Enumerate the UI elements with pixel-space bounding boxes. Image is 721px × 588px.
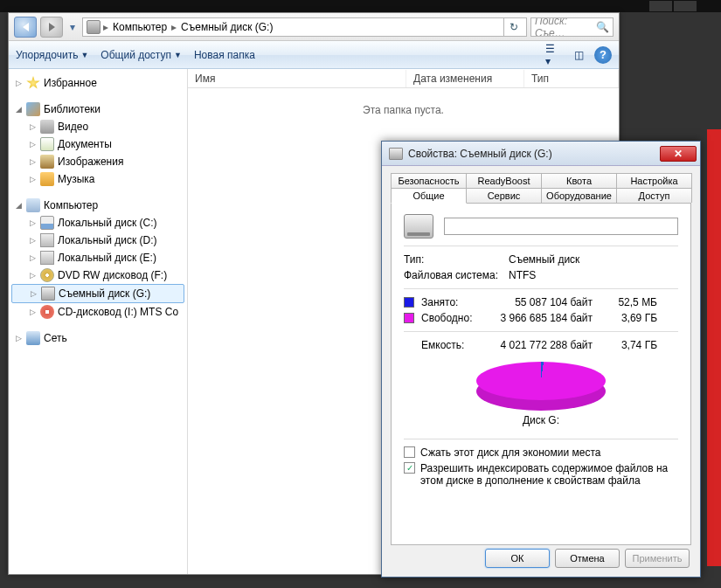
capacity-label: Емкость: <box>421 339 495 351</box>
sidebar-item-documents[interactable]: ▷Документы <box>9 135 187 153</box>
sidebar-item-video[interactable]: ▷Видео <box>9 118 187 135</box>
used-size: 52,5 МБ <box>608 296 657 308</box>
free-size: 3,69 ГБ <box>608 312 657 324</box>
chevron-right-icon[interactable]: ▸ <box>102 21 109 33</box>
expand-icon[interactable]: ▷ <box>29 289 38 298</box>
libraries-icon <box>26 102 40 116</box>
expand-icon[interactable]: ▷ <box>28 271 37 280</box>
sidebar-item-drive-f[interactable]: ▷DVD RW дисковод (F:) <box>9 266 187 284</box>
tab-general[interactable]: Общие <box>391 188 467 204</box>
column-type[interactable]: Тип <box>524 70 619 87</box>
index-label: Разрешить индексировать содержимое файло… <box>420 462 678 487</box>
sidebar-item-drive-g[interactable]: ▷Съемный диск (G:) <box>11 284 184 303</box>
computer-group[interactable]: ◢Компьютер <box>9 197 187 214</box>
dialog-title: Свойства: Съемный диск (G:) <box>408 148 655 160</box>
preview-pane-button[interactable]: ◫ <box>570 46 587 64</box>
libraries-group[interactable]: ◢Библиотеки <box>9 100 187 118</box>
expand-icon[interactable]: ▷ <box>28 175 37 183</box>
maximize-button[interactable] <box>674 1 697 11</box>
capacity-bytes: 4 021 772 288 байт <box>495 339 608 351</box>
apply-button[interactable]: Применить <box>625 549 690 568</box>
expand-icon[interactable]: ▷ <box>28 236 37 245</box>
share-menu[interactable]: Общий доступ▼ <box>101 49 182 61</box>
close-button[interactable]: ✕ <box>660 146 697 162</box>
collapse-icon[interactable]: ◢ <box>14 105 23 114</box>
chevron-right-icon[interactable]: ▸ <box>170 21 177 33</box>
removable-drive-icon <box>41 287 55 301</box>
hdd-icon <box>40 216 54 230</box>
hdd-icon <box>40 233 54 247</box>
star-icon <box>26 76 40 90</box>
compress-label: Сжать этот диск для экономии места <box>420 446 600 459</box>
column-date[interactable]: Дата изменения <box>406 70 524 87</box>
column-name[interactable]: Имя <box>188 70 406 87</box>
sidebar-item-drive-d[interactable]: ▷Локальный диск (D:) <box>9 232 187 249</box>
breadcrumb-drive[interactable]: Съемный диск (G:) <box>179 20 274 34</box>
tab-tools[interactable]: Сервис <box>466 188 542 203</box>
expand-icon[interactable]: ▷ <box>14 79 23 87</box>
organize-menu[interactable]: Упорядочить▼ <box>16 49 88 61</box>
empty-folder-message: Эта папка пуста. <box>188 104 619 116</box>
expand-icon[interactable]: ▷ <box>14 334 23 342</box>
favorites-group[interactable]: ▷Избранное <box>9 74 187 92</box>
cd-icon <box>40 305 54 319</box>
fs-value: NTFS <box>509 269 678 281</box>
tab-hardware[interactable]: Оборудование <box>541 188 617 203</box>
tab-security[interactable]: Безопасность <box>391 173 467 188</box>
drive-icon <box>87 20 101 34</box>
window-controls-strip <box>0 0 721 12</box>
capacity-size: 3,74 ГБ <box>608 339 657 351</box>
disk-usage-pie-chart <box>476 362 606 411</box>
expand-icon[interactable]: ▷ <box>28 157 37 166</box>
help-button[interactable]: ? <box>594 46 612 64</box>
expand-icon[interactable]: ▷ <box>28 253 37 262</box>
forward-button[interactable] <box>40 17 63 38</box>
minimize-button[interactable] <box>649 1 672 11</box>
column-headers: Имя Дата изменения Тип <box>188 69 619 88</box>
navigation-bar: ▾ ▸ Компьютер ▸ Съемный диск (G:) ↻ Поис… <box>9 13 619 41</box>
ok-button[interactable]: ОК <box>485 549 550 568</box>
search-icon: 🔍 <box>596 21 609 33</box>
chevron-down-icon: ▼ <box>174 51 182 59</box>
sidebar-item-images[interactable]: ▷Изображения <box>9 153 187 170</box>
command-bar: Упорядочить▼ Общий доступ▼ Новая папка ☰… <box>9 41 619 69</box>
sidebar-item-music[interactable]: ▷Музыка <box>9 170 187 188</box>
breadcrumb-computer[interactable]: Компьютер <box>111 20 169 34</box>
tab-quota[interactable]: Квота <box>541 173 617 188</box>
view-options-button[interactable]: ☰ ▾ <box>545 46 563 64</box>
tab-readyboost[interactable]: ReadyBoost <box>466 173 542 188</box>
documents-icon <box>40 137 54 151</box>
collapse-icon[interactable]: ◢ <box>14 201 23 210</box>
refresh-button[interactable]: ↻ <box>503 17 523 37</box>
dialog-titlebar[interactable]: Свойства: Съемный диск (G:) ✕ <box>382 142 700 166</box>
tab-customize[interactable]: Настройка <box>616 173 692 188</box>
sidebar-item-drive-i[interactable]: ▷CD-дисковод (I:) MTS Co <box>9 303 187 321</box>
tab-sharing[interactable]: Доступ <box>616 188 692 203</box>
computer-icon <box>26 198 40 212</box>
sidebar-item-drive-c[interactable]: ▷Локальный диск (C:) <box>9 214 187 232</box>
properties-dialog: Свойства: Съемный диск (G:) ✕ Безопаснос… <box>381 141 701 578</box>
music-icon <box>40 172 54 186</box>
sidebar-item-drive-e[interactable]: ▷Локальный диск (E:) <box>9 249 187 266</box>
expand-icon[interactable]: ▷ <box>28 218 37 227</box>
cancel-button[interactable]: Отмена <box>555 549 620 568</box>
used-label: Занято: <box>421 296 495 308</box>
expand-icon[interactable]: ▷ <box>28 308 37 316</box>
drive-icon <box>389 148 403 160</box>
search-input[interactable]: Поиск: Съе… 🔍 <box>530 17 614 37</box>
expand-icon[interactable]: ▷ <box>28 140 37 149</box>
history-dropdown[interactable]: ▾ <box>66 21 79 33</box>
dvd-icon <box>40 268 54 282</box>
tab-content-general: Тип:Съемный диск Файловая система:NTFS З… <box>391 203 691 545</box>
drive-label-input[interactable] <box>444 218 678 235</box>
back-button[interactable] <box>14 17 37 38</box>
address-bar[interactable]: ▸ Компьютер ▸ Съемный диск (G:) ↻ <box>82 17 527 37</box>
chevron-down-icon: ▼ <box>80 51 88 59</box>
compress-checkbox[interactable] <box>404 446 415 458</box>
index-checkbox[interactable] <box>404 462 415 474</box>
network-group[interactable]: ▷Сеть <box>9 329 187 347</box>
new-folder-button[interactable]: Новая папка <box>194 49 255 61</box>
expand-icon[interactable]: ▷ <box>28 122 37 131</box>
drive-large-icon <box>404 214 433 239</box>
used-bytes: 55 087 104 байт <box>495 296 608 308</box>
